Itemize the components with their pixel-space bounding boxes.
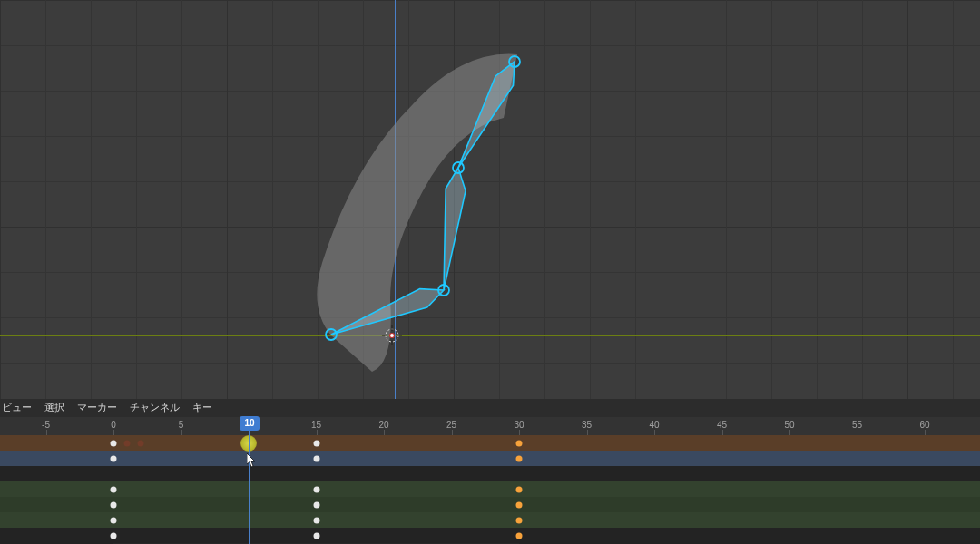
menu-channel[interactable]: チャンネル (130, 402, 180, 414)
menu-marker[interactable]: マーカー (77, 402, 117, 414)
keyframe-selected[interactable] (516, 455, 523, 461)
svg-point-0 (509, 56, 520, 67)
ruler-tick-mark (654, 430, 655, 435)
grid-line (907, 0, 908, 399)
grid-line (0, 136, 980, 137)
ruler-tick-mark (113, 430, 114, 435)
keyframe[interactable] (111, 532, 117, 539)
grid-line (0, 227, 980, 228)
track-space[interactable] (0, 528, 980, 543)
ruler-tick-label: 35 (582, 420, 592, 430)
grid-line (272, 0, 273, 399)
grid-line (318, 0, 318, 399)
track-bone[interactable] (0, 512, 980, 528)
ruler-tick-mark (46, 430, 47, 435)
grid-line (499, 0, 500, 399)
ruler-tick-mark (181, 430, 182, 435)
grid-line (227, 0, 228, 399)
keyframe-selected[interactable] (516, 517, 523, 523)
timeline-playhead[interactable]: 10 (249, 417, 250, 544)
tracks-area[interactable] (0, 435, 980, 544)
grid-line (0, 181, 980, 182)
keyframe[interactable] (313, 501, 319, 508)
track-space[interactable] (0, 466, 980, 481)
ruler-tick-mark (317, 430, 318, 435)
keyframe[interactable] (123, 440, 130, 446)
ruler-tick-label: 20 (378, 420, 388, 430)
ruler-tick-mark (587, 430, 588, 435)
grid-line (408, 0, 409, 399)
grid-line (817, 0, 818, 399)
grid-line (45, 0, 46, 399)
ruler-tick-mark (452, 430, 453, 435)
grid-line (635, 0, 636, 399)
svg-point-3 (326, 329, 337, 340)
ruler-tick-label: 50 (784, 420, 794, 430)
keyframe-selected[interactable] (516, 501, 523, 508)
ruler-tick-label: 15 (311, 420, 321, 430)
ruler-tick-mark (384, 430, 385, 435)
grid-line (0, 317, 980, 318)
grid-line (681, 0, 681, 399)
keyframe[interactable] (111, 501, 117, 508)
keyframe[interactable] (111, 517, 117, 523)
keyframe[interactable] (313, 455, 319, 461)
ruler-tick-label: 0 (111, 420, 116, 430)
ruler-tick-label: 45 (717, 420, 727, 430)
menu-view[interactable]: ビュー (2, 402, 32, 414)
ruler-tick-mark (858, 430, 858, 435)
svg-point-2 (438, 285, 449, 296)
menu-select[interactable]: 選択 (44, 402, 64, 414)
grid-line (726, 0, 727, 399)
grid-line (181, 0, 182, 399)
frame-ruler[interactable]: -5051015202530354045505560 (0, 417, 980, 435)
ruler-tick-mark (722, 430, 723, 435)
grid-line (544, 0, 545, 399)
track-bone[interactable] (0, 481, 980, 497)
grid-line (0, 363, 980, 364)
keyframe-selected[interactable] (516, 440, 523, 446)
grid-line (136, 0, 137, 399)
grid-line (91, 0, 92, 399)
keyframe[interactable] (313, 517, 319, 523)
keyframe[interactable] (137, 440, 143, 446)
grid-line (0, 0, 1, 399)
ruler-tick-label: 40 (649, 420, 659, 430)
armature-overlay (0, 0, 980, 399)
dopesheet-editor[interactable]: ビュー選択マーカーチャンネルキー -5051015202530354045505… (0, 399, 980, 544)
keyframe[interactable] (313, 440, 319, 446)
keyframe-selected[interactable] (516, 486, 523, 492)
grid-line (0, 0, 980, 1)
axis-y-line (0, 335, 980, 336)
grid-line (0, 91, 980, 92)
keyframe[interactable] (111, 455, 117, 461)
track-bone[interactable] (0, 497, 980, 512)
keyframe[interactable] (313, 486, 319, 492)
grid-line (0, 45, 980, 46)
track-object[interactable] (0, 451, 980, 466)
menu-key[interactable]: キー (192, 402, 212, 414)
grid-line (771, 0, 772, 399)
track-summary[interactable] (0, 435, 980, 451)
dopesheet-header: ビュー選択マーカーチャンネルキー (0, 399, 980, 417)
ruler-tick-mark (519, 430, 520, 435)
grid-line (454, 0, 455, 399)
ruler-tick-label: 55 (852, 420, 862, 430)
viewport-3d[interactable] (0, 0, 980, 399)
grid-line (953, 0, 954, 399)
grid-line (363, 0, 364, 399)
playhead-frame-badge: 10 (240, 416, 260, 431)
keyframe[interactable] (313, 532, 319, 539)
keyframe[interactable] (111, 486, 117, 492)
keyframe[interactable] (111, 440, 117, 446)
ruler-tick-label: 30 (514, 420, 524, 430)
ruler-tick-label: -5 (42, 420, 50, 430)
keyframe-selected[interactable] (516, 532, 523, 539)
grid-line (0, 272, 980, 273)
viewport-playhead-line (395, 0, 396, 399)
grid-line (862, 0, 863, 399)
ruler-tick-label: 25 (446, 420, 456, 430)
ruler-tick-mark (925, 430, 926, 435)
grid-line (590, 0, 591, 399)
ruler-tick-label: 60 (919, 420, 929, 430)
